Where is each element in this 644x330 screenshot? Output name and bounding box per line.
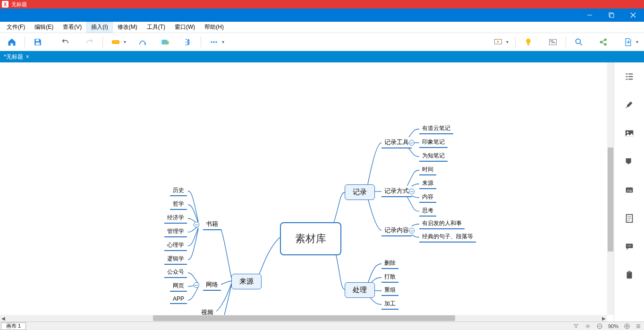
scroll-thumb[interactable] bbox=[153, 315, 455, 321]
gantt-button[interactable] bbox=[547, 36, 559, 48]
mindmap-center-node[interactable]: 素材库 bbox=[280, 222, 341, 255]
leaf-node[interactable]: 思考 bbox=[419, 206, 436, 217]
undo-button[interactable] bbox=[59, 36, 71, 48]
leaf-node[interactable]: 加工 bbox=[381, 299, 398, 310]
sheet-tab[interactable]: 画布 1 bbox=[1, 322, 26, 330]
font-icon[interactable]: Aa bbox=[624, 184, 635, 196]
image-icon[interactable] bbox=[624, 128, 635, 139]
more-dropdown-icon[interactable]: ▾ bbox=[222, 39, 224, 44]
menu-file[interactable]: 文件(F) bbox=[2, 22, 30, 33]
branch-source[interactable]: 来源 bbox=[231, 274, 262, 289]
presentation-button[interactable] bbox=[492, 36, 504, 48]
vertical-scrollbar[interactable] bbox=[607, 62, 614, 315]
canvas-area[interactable]: 素材库 记录 来源 处理 记录工具 有道云笔记 印象笔记 为知笔记 记录方式 时… bbox=[0, 62, 614, 321]
task-icon[interactable] bbox=[624, 269, 635, 281]
leaf-node[interactable]: 经典的句子、段落等 bbox=[419, 232, 476, 243]
node-record-tool[interactable]: 记录工具 bbox=[381, 137, 412, 148]
svg-line-21 bbox=[580, 43, 582, 45]
menu-view[interactable]: 查看(V) bbox=[58, 22, 86, 33]
node-record-content[interactable]: 记录内容 bbox=[381, 225, 412, 236]
leaf-node[interactable]: 管理学 bbox=[164, 226, 187, 237]
search-button[interactable] bbox=[573, 36, 585, 48]
visibility-icon[interactable] bbox=[585, 323, 591, 329]
leaf-node[interactable]: 来源 bbox=[419, 178, 436, 189]
junction-icon[interactable] bbox=[194, 222, 199, 227]
topic-button[interactable] bbox=[110, 36, 122, 48]
leaf-node[interactable]: 有启发的人和事 bbox=[419, 218, 465, 229]
topic-dropdown-icon[interactable]: ▾ bbox=[124, 39, 126, 44]
leaf-node[interactable]: 印象笔记 bbox=[419, 137, 448, 148]
format-icon[interactable] bbox=[624, 99, 635, 111]
toolbar-separator bbox=[25, 37, 25, 47]
junction-icon[interactable] bbox=[409, 228, 415, 234]
branch-process[interactable]: 处理 bbox=[345, 282, 375, 298]
redo-button[interactable] bbox=[84, 36, 96, 48]
share-button[interactable] bbox=[597, 36, 610, 48]
export-dropdown-icon[interactable]: ▾ bbox=[636, 39, 638, 44]
zoom-level[interactable]: 90% bbox=[608, 323, 619, 329]
leaf-node[interactable]: APP bbox=[170, 295, 187, 304]
maximize-button[interactable] bbox=[601, 9, 622, 22]
idea-button[interactable] bbox=[522, 36, 534, 48]
relationship-button[interactable] bbox=[136, 36, 149, 48]
junction-icon[interactable] bbox=[409, 140, 415, 146]
leaf-node[interactable]: 历史 bbox=[170, 185, 187, 196]
leaf-node[interactable]: 网页 bbox=[170, 281, 187, 292]
fit-icon[interactable] bbox=[636, 323, 641, 329]
export-button[interactable] bbox=[622, 36, 634, 48]
scroll-right-icon[interactable]: ▶ bbox=[601, 315, 607, 321]
leaf-node[interactable]: 心理学 bbox=[164, 240, 187, 251]
scroll-left-icon[interactable]: ◀ bbox=[0, 315, 7, 321]
tab-label: *无标题 bbox=[4, 53, 23, 61]
leaf-node[interactable]: 重组 bbox=[381, 285, 398, 296]
node-books[interactable]: 书籍 bbox=[203, 219, 221, 230]
svg-point-23 bbox=[604, 38, 607, 41]
leaf-node[interactable]: 公众号 bbox=[164, 267, 187, 278]
node-network[interactable]: 网络 bbox=[203, 279, 221, 291]
branch-record[interactable]: 记录 bbox=[345, 184, 375, 200]
presentation-dropdown-icon[interactable]: ▾ bbox=[506, 39, 508, 44]
leaf-node[interactable]: 为知笔记 bbox=[419, 151, 448, 162]
leaf-node[interactable]: 删除 bbox=[381, 258, 398, 269]
notes-icon[interactable] bbox=[624, 213, 635, 224]
zoom-in-button[interactable] bbox=[624, 323, 630, 329]
menu-insert[interactable]: 插入(I) bbox=[86, 22, 112, 33]
menu-window[interactable]: 窗口(W) bbox=[170, 22, 200, 33]
zoom-out-button[interactable] bbox=[597, 323, 602, 329]
summary-button[interactable] bbox=[182, 36, 194, 48]
home-button[interactable] bbox=[6, 36, 18, 48]
menu-edit[interactable]: 编辑(E) bbox=[30, 22, 58, 33]
svg-point-24 bbox=[604, 43, 607, 45]
outline-icon[interactable] bbox=[624, 71, 635, 82]
junction-icon[interactable] bbox=[409, 189, 415, 194]
menu-modify[interactable]: 修改(M) bbox=[113, 22, 142, 33]
mindmap-canvas[interactable]: 素材库 记录 来源 处理 记录工具 有道云笔记 印象笔记 为知笔记 记录方式 时… bbox=[0, 62, 614, 321]
svg-rect-19 bbox=[551, 42, 555, 43]
close-button[interactable] bbox=[622, 9, 644, 22]
scroll-thumb[interactable] bbox=[608, 148, 613, 252]
menu-tools[interactable]: 工具(T) bbox=[142, 22, 170, 33]
svg-rect-10 bbox=[164, 41, 169, 44]
comments-icon[interactable] bbox=[624, 241, 635, 252]
leaf-node[interactable]: 时间 bbox=[419, 165, 436, 175]
more-button[interactable] bbox=[208, 36, 220, 48]
node-record-method[interactable]: 记录方式 bbox=[381, 186, 412, 197]
leaf-node[interactable]: 逻辑学 bbox=[164, 254, 187, 265]
window-controls bbox=[0, 9, 644, 22]
minimize-button[interactable] bbox=[579, 9, 601, 22]
filter-icon[interactable] bbox=[573, 323, 579, 329]
horizontal-scrollbar[interactable]: ◀ ▶ bbox=[0, 315, 607, 321]
leaf-node[interactable]: 有道云笔记 bbox=[419, 123, 453, 134]
menu-help[interactable]: 帮助(H) bbox=[200, 22, 229, 33]
tab-close-icon[interactable]: × bbox=[26, 53, 29, 60]
save-button[interactable] bbox=[32, 36, 44, 48]
leaf-node[interactable]: 经济学 bbox=[164, 213, 187, 224]
boundary-button[interactable] bbox=[159, 36, 171, 48]
marker-icon[interactable] bbox=[624, 156, 635, 167]
document-tab[interactable]: *无标题 × bbox=[0, 51, 33, 62]
leaf-node[interactable]: 打散 bbox=[381, 272, 398, 283]
leaf-node[interactable]: 哲学 bbox=[170, 199, 187, 210]
junction-icon[interactable] bbox=[194, 282, 199, 288]
svg-rect-2 bbox=[610, 14, 614, 17]
leaf-node[interactable]: 内容 bbox=[419, 192, 436, 203]
